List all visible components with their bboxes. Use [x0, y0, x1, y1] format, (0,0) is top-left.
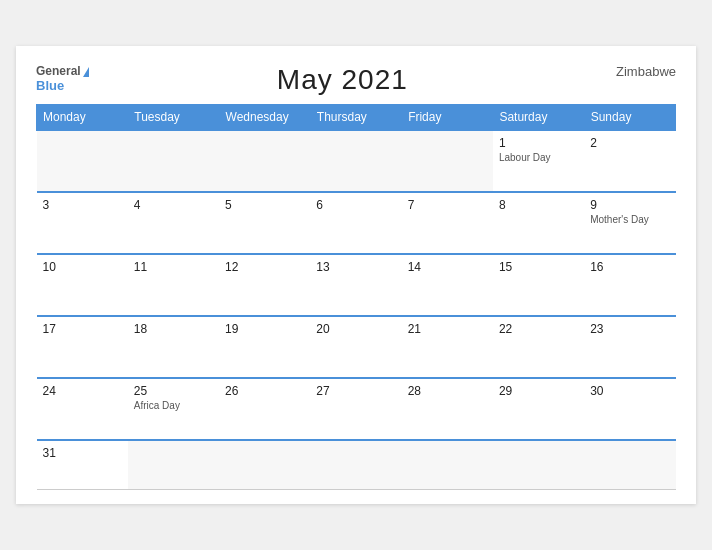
- day-number: 8: [499, 198, 578, 212]
- day-number: 11: [134, 260, 213, 274]
- day-number: 26: [225, 384, 304, 398]
- col-wednesday: Wednesday: [219, 104, 310, 130]
- day-cell: [493, 440, 584, 490]
- day-number: 23: [590, 322, 669, 336]
- day-cell: [37, 130, 128, 192]
- day-number: 2: [590, 136, 669, 150]
- calendar-table: Monday Tuesday Wednesday Thursday Friday…: [36, 104, 676, 491]
- day-number: 19: [225, 322, 304, 336]
- week-row-2: 10111213141516: [37, 254, 676, 316]
- day-number: 5: [225, 198, 304, 212]
- day-cell: 1Labour Day: [493, 130, 584, 192]
- day-cell: 3: [37, 192, 128, 254]
- day-number: 22: [499, 322, 578, 336]
- day-cell: 26: [219, 378, 310, 440]
- day-cell: 31: [37, 440, 128, 490]
- day-number: 4: [134, 198, 213, 212]
- col-saturday: Saturday: [493, 104, 584, 130]
- day-number: 28: [408, 384, 487, 398]
- col-friday: Friday: [402, 104, 493, 130]
- day-cell: 24: [37, 378, 128, 440]
- day-number: 6: [316, 198, 395, 212]
- holiday-label: Labour Day: [499, 152, 578, 163]
- day-cell: 2: [584, 130, 675, 192]
- col-sunday: Sunday: [584, 104, 675, 130]
- day-cell: 10: [37, 254, 128, 316]
- day-cell: 11: [128, 254, 219, 316]
- calendar-body: 1Labour Day23456789Mother's Day101112131…: [37, 130, 676, 490]
- day-number: 24: [43, 384, 122, 398]
- day-cell: 12: [219, 254, 310, 316]
- day-cell: 25Africa Day: [128, 378, 219, 440]
- day-number: 18: [134, 322, 213, 336]
- week-row-1: 3456789Mother's Day: [37, 192, 676, 254]
- day-cell: 16: [584, 254, 675, 316]
- day-cell: 19: [219, 316, 310, 378]
- col-tuesday: Tuesday: [128, 104, 219, 130]
- day-number: 12: [225, 260, 304, 274]
- day-number: 7: [408, 198, 487, 212]
- day-number: 27: [316, 384, 395, 398]
- day-cell: [584, 440, 675, 490]
- month-year-title: May 2021: [277, 64, 408, 95]
- day-cell: 18: [128, 316, 219, 378]
- day-cell: [219, 130, 310, 192]
- day-cell: 4: [128, 192, 219, 254]
- day-cell: 6: [310, 192, 401, 254]
- day-cell: [402, 130, 493, 192]
- day-number: 29: [499, 384, 578, 398]
- day-cell: 17: [37, 316, 128, 378]
- day-cell: 20: [310, 316, 401, 378]
- day-cell: [128, 440, 219, 490]
- day-number: 1: [499, 136, 578, 150]
- day-number: 16: [590, 260, 669, 274]
- day-cell: 5: [219, 192, 310, 254]
- logo: General Blue: [36, 64, 89, 94]
- day-cell: [219, 440, 310, 490]
- day-cell: [310, 130, 401, 192]
- logo-general: General: [36, 64, 89, 78]
- week-row-3: 17181920212223: [37, 316, 676, 378]
- day-header-row: Monday Tuesday Wednesday Thursday Friday…: [37, 104, 676, 130]
- day-cell: 28: [402, 378, 493, 440]
- day-number: 15: [499, 260, 578, 274]
- day-number: 14: [408, 260, 487, 274]
- day-number: 10: [43, 260, 122, 274]
- logo-blue: Blue: [36, 78, 89, 94]
- day-cell: 13: [310, 254, 401, 316]
- holiday-label: Africa Day: [134, 400, 213, 411]
- day-cell: 23: [584, 316, 675, 378]
- calendar-wrapper: General Blue May 2021 Zimbabwe Monday Tu…: [16, 46, 696, 505]
- day-number: 21: [408, 322, 487, 336]
- day-cell: 15: [493, 254, 584, 316]
- day-cell: [402, 440, 493, 490]
- day-cell: 21: [402, 316, 493, 378]
- col-thursday: Thursday: [310, 104, 401, 130]
- week-row-0: 1Labour Day2: [37, 130, 676, 192]
- day-cell: 7: [402, 192, 493, 254]
- day-cell: 9Mother's Day: [584, 192, 675, 254]
- day-number: 25: [134, 384, 213, 398]
- day-number: 3: [43, 198, 122, 212]
- day-cell: [128, 130, 219, 192]
- holiday-label: Mother's Day: [590, 214, 669, 225]
- day-cell: 14: [402, 254, 493, 316]
- day-cell: 22: [493, 316, 584, 378]
- day-cell: 27: [310, 378, 401, 440]
- day-cell: 30: [584, 378, 675, 440]
- day-number: 30: [590, 384, 669, 398]
- day-number: 17: [43, 322, 122, 336]
- col-monday: Monday: [37, 104, 128, 130]
- day-cell: [310, 440, 401, 490]
- day-number: 9: [590, 198, 669, 212]
- day-cell: 8: [493, 192, 584, 254]
- day-cell: 29: [493, 378, 584, 440]
- day-number: 13: [316, 260, 395, 274]
- country-label: Zimbabwe: [596, 64, 676, 79]
- title-section: May 2021: [89, 64, 596, 96]
- week-row-4: 2425Africa Day2627282930: [37, 378, 676, 440]
- day-number: 20: [316, 322, 395, 336]
- calendar-header: General Blue May 2021 Zimbabwe: [36, 64, 676, 96]
- week-row-5: 31: [37, 440, 676, 490]
- day-number: 31: [43, 446, 122, 460]
